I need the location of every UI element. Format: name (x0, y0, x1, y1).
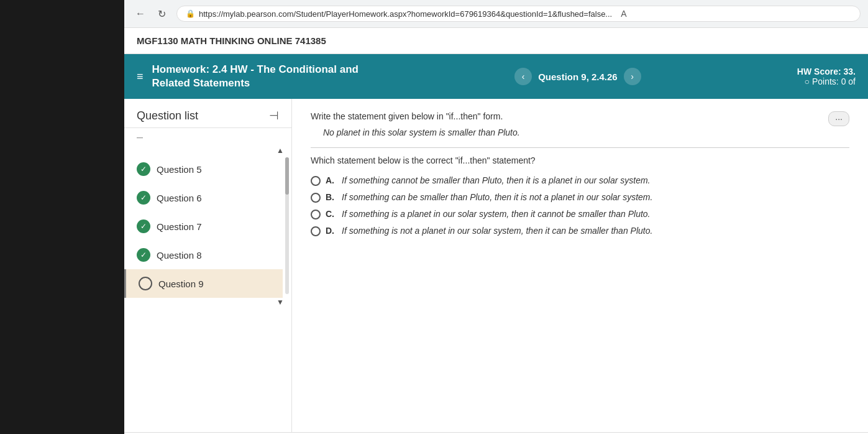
option-c-letter: C. (326, 209, 334, 219)
sidebar-item-q5[interactable]: ✓ Question 5 (124, 155, 283, 183)
question-instruction: Write the statement given below in "if..… (311, 111, 849, 121)
reader-mode-icon: A (621, 9, 626, 19)
radio-a[interactable] (311, 176, 321, 186)
q9-label: Question 9 (158, 279, 204, 289)
radio-d[interactable] (311, 226, 321, 236)
option-c[interactable]: C. If something is a planet in our solar… (311, 209, 849, 219)
check-icon-q8: ✓ (137, 248, 150, 262)
divider (311, 147, 849, 148)
menu-icon[interactable]: ≡ (137, 70, 144, 83)
sub-question-text: Which statement below is the correct "if… (311, 155, 849, 165)
circle-icon-q9 (139, 277, 152, 290)
statement-text: No planet in this solar system is smalle… (323, 127, 849, 137)
collapse-sidebar-button[interactable]: ⊣ (269, 109, 279, 122)
option-a-letter: A. (326, 175, 334, 185)
check-icon-q5: ✓ (137, 162, 150, 176)
scrollbar-thumb[interactable] (285, 157, 289, 195)
options-list: A. If something cannot be smaller than P… (311, 175, 849, 236)
question-nav: ‹ Question 9, 2.4.26 › (514, 68, 641, 85)
sidebar-title: Question list (137, 109, 198, 122)
option-d-text: If something is not a planet in our sola… (342, 226, 652, 236)
sidebar-dash: – (124, 128, 291, 146)
prev-question-button[interactable]: ‹ (514, 68, 532, 85)
option-d-letter: D. (326, 226, 334, 236)
back-button[interactable]: ← (132, 5, 149, 22)
scrollbar-track[interactable] (285, 157, 289, 294)
option-b[interactable]: B. If something can be smaller than Plut… (311, 192, 849, 203)
refresh-button[interactable]: ↻ (153, 5, 170, 22)
lock-icon: 🔒 (186, 9, 195, 18)
option-a[interactable]: A. If something cannot be smaller than P… (311, 175, 849, 186)
sidebar: Question list ⊣ – ▲ ✓ Question 5 ✓ Quest… (124, 99, 292, 432)
check-icon-q6: ✓ (137, 191, 150, 205)
q7-label: Question 7 (157, 221, 202, 232)
option-d[interactable]: D. If something is not a planet in our s… (311, 226, 849, 236)
q6-label: Question 6 (157, 193, 202, 203)
hw-score: HW Score: 33. ○ Points: 0 of (797, 67, 856, 86)
sidebar-item-q9[interactable]: Question 9 (124, 269, 283, 298)
scroll-down-arrow[interactable]: ▼ (276, 298, 284, 307)
sidebar-item-q6[interactable]: ✓ Question 6 (124, 183, 283, 212)
sidebar-item-q8[interactable]: ✓ Question 8 (124, 241, 283, 269)
sidebar-item-q7[interactable]: ✓ Question 7 (124, 212, 283, 241)
option-c-text: If something is a planet in our solar sy… (342, 209, 650, 219)
scroll-up-arrow[interactable]: ▲ (276, 146, 284, 155)
helper-dots-button[interactable]: ··· (828, 111, 849, 126)
q5-label: Question 5 (157, 164, 202, 175)
course-title: MGF1130 MATH THINKING ONLINE 741385 (124, 28, 868, 54)
radio-b[interactable] (311, 193, 321, 203)
option-b-letter: B. (326, 192, 334, 202)
question-nav-label: Question 9, 2.4.26 (538, 72, 618, 82)
url-text: https://mylab.pearson.com/Student/Player… (199, 9, 612, 19)
check-icon-q7: ✓ (137, 219, 150, 233)
radio-c[interactable] (311, 210, 321, 219)
question-content-area: ··· Write the statement given below in "… (292, 99, 868, 432)
address-bar[interactable]: 🔒 https://mylab.pearson.com/Student/Play… (176, 6, 861, 22)
option-b-text: If something can be smaller than Pluto, … (342, 192, 652, 202)
option-a-text: If something cannot be smaller than Plut… (342, 175, 650, 185)
q8-label: Question 8 (157, 250, 202, 261)
next-question-button[interactable]: › (624, 68, 641, 85)
hw-title: Homework: 2.4 HW - The Conditional and R… (152, 63, 359, 90)
